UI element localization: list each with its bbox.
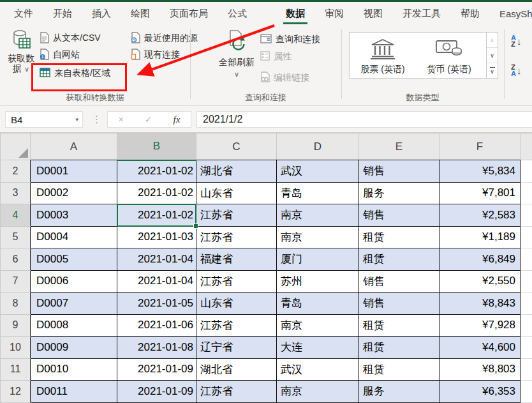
- recent-sources-button[interactable]: 最近使用的源: [131, 31, 198, 46]
- cell-F12[interactable]: ¥6,353: [440, 381, 521, 403]
- cell-D4[interactable]: 南京: [277, 204, 359, 227]
- row-header-6[interactable]: 6: [1, 248, 31, 271]
- cell-C8[interactable]: 山东省: [196, 293, 277, 315]
- cell-F7[interactable]: ¥2,550: [440, 270, 521, 293]
- cell-E9[interactable]: 租赁: [359, 314, 440, 337]
- cell-E8[interactable]: 销售: [359, 293, 440, 315]
- cell-C2[interactable]: 湖北省: [196, 160, 277, 183]
- cell-C3[interactable]: 山东省: [196, 182, 277, 204]
- from-text-csv-button[interactable]: 从文本/CSV: [40, 31, 101, 46]
- edit-links-button[interactable]: 编辑链接: [260, 70, 309, 86]
- cell-F3[interactable]: ¥7,801: [440, 182, 521, 204]
- select-all-button[interactable]: [1, 133, 31, 160]
- cell-A8[interactable]: D0007: [31, 293, 117, 315]
- cell-E5[interactable]: 租赁: [359, 226, 440, 248]
- column-header-f[interactable]: F: [440, 133, 521, 160]
- cell-C7[interactable]: 江苏省: [196, 270, 277, 293]
- row-header-9[interactable]: 9: [1, 314, 31, 337]
- cell-B2[interactable]: 2021-01-02: [117, 160, 196, 183]
- row-header-11[interactable]: 11: [1, 358, 31, 381]
- cell-B5[interactable]: 2021-01-03: [117, 226, 196, 248]
- tab-formulas[interactable]: 公式: [226, 2, 248, 26]
- cell-D7[interactable]: 苏州: [277, 270, 359, 293]
- cell-overflow[interactable]: [521, 270, 532, 293]
- cell-overflow[interactable]: [521, 226, 532, 248]
- cell-E3[interactable]: 服务: [359, 182, 440, 204]
- column-header-d[interactable]: D: [277, 133, 359, 160]
- queries-connections-button[interactable]: 查询和连接: [260, 32, 320, 47]
- cell-C4[interactable]: 江苏省: [196, 204, 277, 227]
- cell-overflow[interactable]: [521, 314, 532, 337]
- row-header-7[interactable]: 7: [1, 270, 31, 293]
- cell-A12[interactable]: D0011: [31, 381, 117, 403]
- from-web-button[interactable]: 自网站: [40, 47, 80, 63]
- gallery-more-button[interactable]: ∨: [487, 63, 498, 78]
- tab-file[interactable]: 文件: [13, 2, 34, 26]
- cell-C5[interactable]: 江苏省: [196, 226, 277, 248]
- tab-easyshu[interactable]: EasyShu: [498, 2, 532, 26]
- cell-B4[interactable]: 2021-01-02: [117, 204, 196, 227]
- tab-view[interactable]: 视图: [362, 2, 384, 26]
- cell-B3[interactable]: 2021-01-02: [117, 182, 196, 204]
- existing-connections-button[interactable]: 现有连接: [131, 47, 180, 63]
- row-header-4[interactable]: 4: [1, 204, 31, 227]
- cell-D5[interactable]: 南京: [277, 226, 359, 248]
- cell-overflow[interactable]: [521, 160, 532, 183]
- cell-overflow[interactable]: [521, 337, 532, 359]
- cell-A4[interactable]: D0003: [31, 204, 117, 227]
- row-header-3[interactable]: 3: [1, 182, 31, 204]
- refresh-all-button[interactable]: 全部刷新 ∨: [214, 29, 259, 77]
- cell-F11[interactable]: ¥8,803: [440, 358, 521, 381]
- cell-A5[interactable]: D0004: [31, 226, 117, 248]
- cell-F4[interactable]: ¥2,583: [440, 204, 521, 227]
- cell-E4[interactable]: 销售: [359, 204, 440, 227]
- cell-C10[interactable]: 辽宁省: [196, 337, 277, 359]
- tab-help[interactable]: 帮助: [459, 2, 481, 26]
- column-header-c[interactable]: C: [196, 133, 277, 160]
- cell-E11[interactable]: 租赁: [359, 358, 440, 381]
- sort-ascending-button[interactable]: AZ ↓: [511, 34, 521, 47]
- from-table-range-button[interactable]: 来自表格/区域: [40, 66, 110, 81]
- cell-A11[interactable]: D0010: [31, 358, 117, 381]
- formula-input[interactable]: 2021/1/2: [196, 111, 532, 128]
- row-header-12[interactable]: 12: [1, 381, 31, 403]
- tab-insert[interactable]: 插入: [91, 2, 112, 26]
- cell-A2[interactable]: D0001: [31, 160, 117, 183]
- cell-F5[interactable]: ¥1,189: [440, 226, 521, 248]
- get-data-button[interactable]: 获取数 据 ∨: [5, 29, 37, 73]
- cell-B8[interactable]: 2021-01-05: [117, 293, 196, 315]
- row-header-5[interactable]: 5: [1, 226, 31, 248]
- row-header-2[interactable]: 2: [1, 160, 31, 183]
- cell-F2[interactable]: ¥5,834: [440, 160, 521, 183]
- cell-B9[interactable]: 2021-01-06: [117, 314, 196, 337]
- cell-C9[interactable]: 江苏省: [196, 314, 277, 337]
- tab-draw[interactable]: 绘图: [129, 2, 151, 26]
- cell-B12[interactable]: 2021-01-09: [117, 381, 196, 403]
- column-header-e[interactable]: E: [359, 133, 440, 160]
- cell-overflow[interactable]: [521, 293, 532, 315]
- sort-descending-button[interactable]: ZA ↓: [511, 64, 521, 77]
- cell-D10[interactable]: 大连: [277, 337, 359, 359]
- cell-A6[interactable]: D0005: [31, 248, 117, 271]
- cell-overflow[interactable]: [521, 358, 532, 381]
- cell-F8[interactable]: ¥8,843: [440, 293, 521, 315]
- column-header-b[interactable]: B: [117, 133, 196, 160]
- cell-A3[interactable]: D0002: [31, 182, 117, 204]
- column-header-overflow[interactable]: [521, 133, 532, 160]
- cell-E2[interactable]: 销售: [359, 160, 440, 183]
- cell-E6[interactable]: 租赁: [359, 248, 440, 271]
- enter-icon[interactable]: ✓: [145, 114, 152, 125]
- cell-A10[interactable]: D0009: [31, 337, 117, 359]
- currency-data-type[interactable]: 货币 (英语): [416, 33, 482, 78]
- cell-E10[interactable]: 租赁: [359, 337, 440, 359]
- row-header-10[interactable]: 10: [1, 337, 31, 359]
- tab-review[interactable]: 审阅: [323, 2, 345, 26]
- cell-D6[interactable]: 厦门: [277, 248, 359, 271]
- cell-B10[interactable]: 2021-01-08: [117, 337, 196, 359]
- cell-overflow[interactable]: [521, 248, 532, 271]
- cell-C6[interactable]: 福建省: [196, 248, 277, 271]
- cell-D2[interactable]: 武汉: [277, 160, 359, 183]
- cell-E12[interactable]: 服务: [359, 381, 440, 403]
- cell-B7[interactable]: 2021-01-04: [117, 270, 196, 293]
- cell-E7[interactable]: 销售: [359, 270, 440, 293]
